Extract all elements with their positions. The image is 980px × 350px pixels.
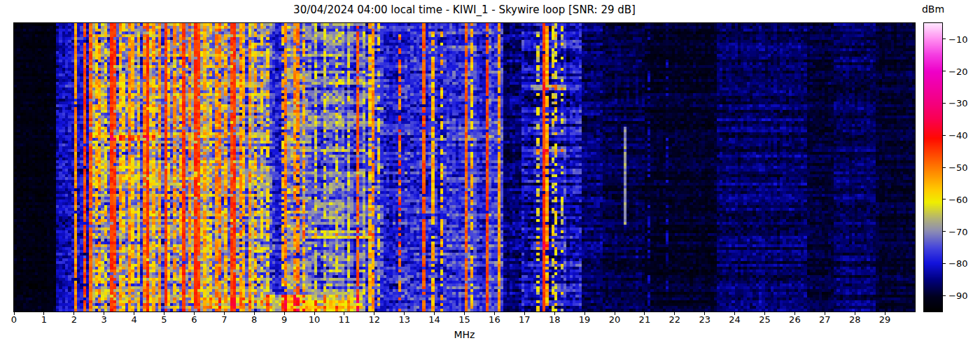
colorbar-tick-mark bbox=[942, 38, 946, 39]
x-tick-label: 2 bbox=[71, 314, 77, 325]
x-tick-label: 4 bbox=[131, 314, 136, 325]
x-tick-label: 29 bbox=[879, 314, 891, 325]
x-tick-label: 23 bbox=[699, 314, 710, 325]
colorbar-tick-label: −20 bbox=[948, 66, 967, 76]
x-tick-label: 12 bbox=[369, 314, 381, 325]
colorbar-tick-label: −40 bbox=[948, 130, 967, 141]
x-tick-label: 24 bbox=[729, 314, 741, 325]
colorbar-tick-label: −50 bbox=[948, 162, 967, 173]
x-tick-label: 15 bbox=[458, 314, 470, 325]
x-tick-label: 7 bbox=[221, 314, 227, 325]
x-tick-label: 22 bbox=[669, 314, 681, 325]
colorbar-tick-mark bbox=[942, 263, 946, 264]
colorbar-canvas bbox=[924, 23, 942, 312]
colorbar-tick-mark bbox=[942, 167, 946, 168]
waterfall-canvas bbox=[14, 23, 915, 312]
colorbar-tick-label: −90 bbox=[948, 290, 967, 301]
x-tick-label: 28 bbox=[849, 314, 861, 325]
colorbar-tick-mark bbox=[942, 199, 946, 200]
x-tick-label: 3 bbox=[102, 314, 107, 325]
colorbar-tick-label: −60 bbox=[948, 194, 967, 204]
x-tick-label: 13 bbox=[398, 314, 410, 325]
colorbar-unit-label: dBm bbox=[913, 4, 953, 15]
colorbar-tick-mark bbox=[942, 71, 946, 71]
x-tick-label: 9 bbox=[281, 314, 287, 325]
x-tick-label: 25 bbox=[759, 314, 771, 325]
x-tick-label: 8 bbox=[251, 314, 257, 325]
colorbar-tick-mark bbox=[942, 231, 946, 232]
x-tick-label: 18 bbox=[549, 314, 561, 325]
x-tick-label: 19 bbox=[579, 314, 591, 325]
colorbar-tick-mark bbox=[942, 103, 946, 104]
spectrogram-figure: 30/04/2024 04:00 local time - KIWI_1 - S… bbox=[0, 0, 980, 350]
chart-title: 30/04/2024 04:00 local time - KIWI_1 - S… bbox=[14, 4, 915, 16]
colorbar-tick-label: −10 bbox=[948, 34, 967, 44]
x-tick-label: 0 bbox=[11, 314, 17, 325]
x-tick-label: 26 bbox=[789, 314, 801, 325]
x-tick-label: 6 bbox=[191, 314, 197, 325]
x-tick-label: 16 bbox=[489, 314, 500, 325]
x-tick-label: 21 bbox=[639, 314, 651, 325]
colorbar-tick-label: −80 bbox=[948, 258, 967, 269]
x-tick-label: 11 bbox=[339, 314, 351, 325]
x-tick-label: 20 bbox=[609, 314, 621, 325]
waterfall-plot bbox=[13, 22, 916, 312]
x-tick-label: 27 bbox=[819, 314, 831, 325]
colorbar-tick-mark bbox=[942, 295, 946, 296]
x-tick-label: 10 bbox=[309, 314, 321, 325]
colorbar-tick-mark bbox=[942, 135, 946, 136]
x-tick-label: 1 bbox=[41, 314, 47, 325]
x-tick-label: 14 bbox=[428, 314, 440, 325]
x-tick-label: 5 bbox=[161, 314, 167, 325]
colorbar-tick-label: −70 bbox=[948, 226, 967, 237]
colorbar-tick-label: −30 bbox=[948, 98, 967, 108]
x-tick-label: 17 bbox=[519, 314, 531, 325]
colorbar bbox=[923, 22, 943, 312]
x-axis-label: MHz bbox=[14, 329, 915, 340]
